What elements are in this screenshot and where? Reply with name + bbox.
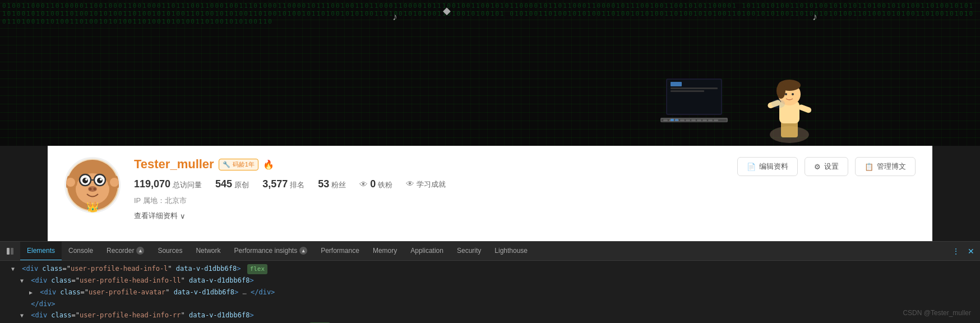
crown-badge: 👑 [86,201,99,213]
diamond-icon: ◆ [443,4,451,17]
music-note-icon: ♪ [392,11,397,23]
total-visits-number: 119,070 [134,178,170,190]
performance-insights-badge: ▲ [299,247,307,255]
tab-memory[interactable]: Memory [366,242,404,261]
svg-point-41 [82,178,88,183]
tab-network[interactable]: Network [189,242,227,261]
devtools-close-icon[interactable]: ✕ [964,247,978,256]
devtools-content: <div class="user-profile-head-info-l" da… [0,261,980,323]
svg-rect-7 [663,119,668,121]
stat-rank: 3,577 排名 [262,178,304,190]
svg-point-44 [100,178,102,181]
triangle-5[interactable] [20,311,27,321]
devtools-panel: Elements Console Recorder ▲ Sources Netw… [0,241,980,323]
triangle-2[interactable] [20,276,27,286]
svg-rect-12 [691,119,696,121]
recorder-badge: ▲ [136,247,144,255]
music-note-icon-2: ♪ [812,11,817,23]
svg-point-42 [97,178,103,183]
svg-rect-3 [671,82,682,86]
svg-rect-15 [708,119,713,121]
rank-number: 3,577 [262,178,288,190]
triangle-1[interactable] [11,264,18,274]
stat-fans: 53 粉丝 [318,178,346,190]
svg-rect-16 [714,119,718,121]
svg-rect-17 [671,119,674,121]
tab-performance-insights[interactable]: Performance insights ▲ [227,242,314,261]
svg-rect-4 [671,87,718,89]
svg-rect-28 [798,104,812,114]
svg-rect-18 [675,119,678,121]
devtools-tabs: Elements Console Recorder ▲ Sources Netw… [0,242,980,261]
profile-info: Tester_muller 🔧 码龄1年 🔥 119,070 总访问量 545 … [134,157,737,221]
dom-line-1[interactable]: <div class="user-profile-head-info-l" da… [0,263,980,275]
total-visits-label: 总访问量 [173,180,202,190]
tab-elements[interactable]: Elements [20,242,62,261]
stats-row: 119,070 总访问量 545 原创 3,577 排名 53 粉丝 👁 0 铁… [134,178,737,190]
devtools-settings-icon[interactable]: ⋮ [947,247,964,256]
svg-point-47 [94,188,96,191]
dom-line-5[interactable]: <div class="user-profile-head-info-rr" d… [0,310,980,321]
svg-rect-48 [7,248,10,255]
iron-fans-number: 0 [370,178,376,190]
settings-button[interactable]: ⚙ 设置 [805,157,848,176]
fire-badge[interactable]: 🔥 [263,159,274,170]
badge-icon-img: 🔧 [223,161,230,168]
tab-performance[interactable]: Performance [314,242,366,261]
stat-original: 545 原创 [215,178,249,190]
edit-profile-button[interactable]: 📄 编辑资料 [737,157,798,176]
svg-rect-13 [697,119,701,121]
tab-recorder[interactable]: Recorder ▲ [100,242,151,261]
year-badge: 🔧 码龄1年 [219,159,258,170]
dom-line-4[interactable]: </div> [0,298,980,310]
svg-rect-10 [680,119,685,121]
fans-number: 53 [318,178,329,190]
document-icon: 📋 [865,163,873,171]
dom-line-3[interactable]: <div class="user-profile-avatar" data-v-… [0,287,980,298]
svg-point-33 [66,178,75,187]
stat-iron-fans: 👁 0 铁粉 [359,178,392,190]
flex-badge-1: flex [247,264,268,274]
stat-total-visits: 119,070 总访问量 [134,178,202,190]
rank-label: 排名 [290,180,304,190]
avatar-container: 👑 [64,157,121,213]
tab-security[interactable]: Security [450,242,488,261]
svg-point-43 [85,178,87,181]
svg-rect-49 [11,248,13,255]
tab-application[interactable]: Application [404,242,450,261]
edit-icon: 📄 [747,163,756,171]
profile-name-row: Tester_muller 🔧 码龄1年 🔥 [134,157,737,172]
dom-line-2[interactable]: <div class="user-profile-head-info-ll" d… [0,275,980,287]
svg-point-35 [110,178,119,187]
profile-actions: 📄 编辑资料 ⚙ 设置 📋 管理博文 [737,157,916,176]
gear-icon: ⚙ [814,163,821,171]
tab-console[interactable]: Console [62,242,100,261]
fans-label: 粉丝 [331,180,346,190]
manage-posts-button[interactable]: 📋 管理博文 [855,157,916,176]
stat-achievements[interactable]: 👁 学习成就 [406,179,446,190]
original-number: 545 [215,178,232,190]
svg-point-25 [785,93,787,95]
svg-point-46 [89,188,92,191]
iron-fans-label: 铁粉 [378,180,392,190]
svg-point-29 [771,99,785,108]
triangle-3[interactable] [29,288,36,298]
svg-rect-11 [686,119,690,121]
svg-rect-5 [671,90,704,92]
svg-rect-14 [702,119,707,121]
tab-lighthouse[interactable]: Lighthouse [488,242,534,261]
banner: 0100110001101000011001000110010001101110… [0,0,980,146]
achievements-label: 学习成就 [417,179,446,190]
profile-name: Tester_muller [134,157,214,172]
chevron-down-icon: ∨ [180,212,186,220]
original-label: 原创 [234,180,249,190]
sidebar-toggle-button[interactable] [2,243,18,259]
svg-point-26 [792,93,794,95]
profile-card: 👑 Tester_muller 🔧 码龄1年 🔥 119,070 总访问量 54… [48,146,932,241]
ip-location: IP 属地：北京市 [134,196,737,206]
csdn-watermark: CSDN @Tester_muller [903,307,971,317]
tab-sources[interactable]: Sources [151,242,189,261]
view-profile-link[interactable]: 查看详细资料 ∨ [134,211,186,221]
svg-point-24 [776,83,785,99]
